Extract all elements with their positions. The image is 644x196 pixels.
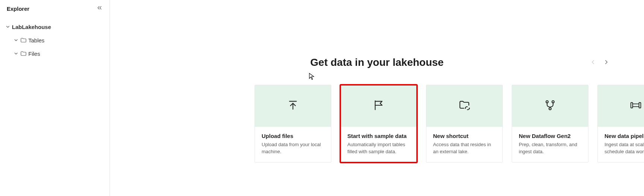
tree-label: Files <box>28 51 40 57</box>
tree-item-tables[interactable]: Tables <box>0 33 110 47</box>
main-content: Get data in your lakehouse Upload <box>110 0 644 196</box>
chevron-down-icon <box>13 38 20 43</box>
mouse-cursor-icon <box>309 73 315 82</box>
card-desc: Access data that resides in an external … <box>433 141 496 155</box>
card-new-shortcut[interactable]: New shortcut Access data that resides in… <box>426 85 503 163</box>
card-desc: Ingest data at scale and schedule data w… <box>604 141 644 155</box>
tree-label: Tables <box>28 37 44 44</box>
chevron-down-icon <box>5 24 12 29</box>
flag-icon <box>373 99 385 113</box>
card-desc: Prep, clean, transform, and ingest data. <box>519 141 581 155</box>
card-desc: Upload data from your local machine. <box>262 141 324 155</box>
card-icon-area <box>255 85 331 127</box>
card-new-dataflow-gen2[interactable]: New Dataflow Gen2 Prep, clean, transform… <box>512 85 588 163</box>
card-new-data-pipeline[interactable]: New data pipeline Ingest data at scale a… <box>597 85 644 163</box>
card-title: Upload files <box>262 133 324 139</box>
svg-rect-10 <box>639 103 641 108</box>
card-title: New Dataflow Gen2 <box>519 133 581 139</box>
tree-root[interactable]: LabLakehouse <box>0 20 110 33</box>
page-title: Get data in your lakehouse <box>310 57 444 68</box>
folder-icon <box>20 37 28 44</box>
svg-point-3 <box>465 108 465 109</box>
pipeline-icon <box>629 99 642 113</box>
folder-icon <box>20 50 28 57</box>
card-icon-area <box>512 85 588 127</box>
collapse-sidebar-icon[interactable] <box>96 4 103 13</box>
svg-rect-9 <box>631 103 633 108</box>
svg-point-4 <box>469 108 470 109</box>
sidebar-header: Explorer <box>0 4 110 16</box>
card-icon-area <box>341 85 417 127</box>
tree-root-label: LabLakehouse <box>12 24 51 30</box>
card-title: Start with sample data <box>347 133 410 139</box>
carousel-next-button[interactable] <box>603 59 610 67</box>
tree: LabLakehouse Tables Files <box>0 16 110 60</box>
card-upload-files[interactable]: Upload files Upload data from your local… <box>255 85 331 163</box>
card-icon-area <box>598 85 644 127</box>
chevron-down-icon <box>13 51 20 56</box>
card-icon-area <box>426 85 502 127</box>
shortcut-icon <box>458 99 470 113</box>
carousel-nav <box>590 59 610 67</box>
cards-row: Upload files Upload data from your local… <box>255 85 644 163</box>
card-title: New shortcut <box>433 133 496 139</box>
tree-item-files[interactable]: Files <box>0 47 110 60</box>
card-start-sample-data[interactable]: Start with sample data Automatically imp… <box>340 85 417 163</box>
upload-icon <box>287 99 299 113</box>
card-title: New data pipeline <box>604 133 644 139</box>
card-desc: Automatically import tables filled with … <box>347 141 410 155</box>
explorer-sidebar: Explorer LabLakehouse Tables <box>0 0 110 196</box>
sidebar-title: Explorer <box>7 6 29 12</box>
dataflow-icon <box>544 99 556 113</box>
carousel-prev-button[interactable] <box>590 59 596 67</box>
